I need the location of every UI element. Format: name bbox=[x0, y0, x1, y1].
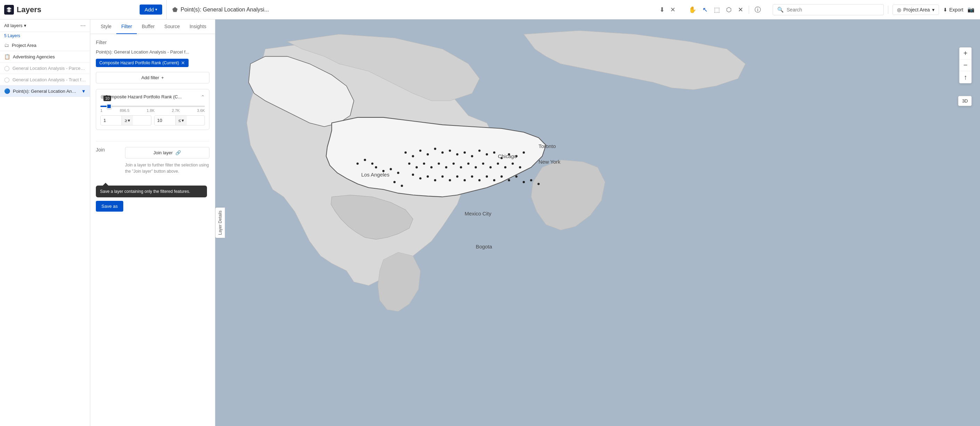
export-button[interactable]: ⬇ Export bbox=[943, 7, 963, 13]
detail-actions: ⬇ ✕ bbox=[658, 5, 677, 15]
info-button[interactable]: ⓘ bbox=[752, 4, 763, 15]
svg-point-49 bbox=[493, 179, 495, 181]
sidebar-item-general-tract[interactable]: ◯ General Location Analysis - Tract for … bbox=[0, 74, 90, 86]
pointer-tool-button[interactable]: ↖ bbox=[700, 5, 710, 15]
svg-text:New York: New York bbox=[539, 159, 560, 165]
range-min-op[interactable]: ≥ ▾ bbox=[121, 116, 133, 125]
svg-point-25 bbox=[460, 166, 462, 168]
layer-details-tab-wrapper: Layer Details bbox=[215, 207, 225, 238]
zoom-out-button[interactable]: − bbox=[959, 59, 971, 71]
general-tract-label: General Location Analysis - Tract for Ad… bbox=[13, 77, 86, 82]
filter-tag-close-button[interactable]: ✕ bbox=[181, 60, 185, 66]
map-area: Layer Details bbox=[215, 19, 980, 426]
save-as-button[interactable]: Save as bbox=[96, 201, 123, 212]
range-min-input[interactable] bbox=[101, 116, 121, 125]
range-slider[interactable]: 10 1 896.5 1.8K 2.7K 3.6K bbox=[100, 105, 205, 113]
detail-title: Point(s): General Location Analysi... bbox=[181, 6, 655, 13]
svg-point-20 bbox=[423, 163, 425, 165]
filter-join-row: Filter Point(s): General Location Analys… bbox=[96, 40, 209, 136]
tab-filter[interactable]: Filter bbox=[116, 19, 137, 34]
join-layer-link-icon: 🔗 bbox=[175, 150, 181, 155]
svg-point-43 bbox=[449, 179, 451, 181]
svg-point-57 bbox=[364, 159, 366, 161]
search-box[interactable]: 🔍 bbox=[773, 4, 884, 15]
map-3d-button[interactable]: 3D bbox=[958, 96, 972, 106]
svg-point-46 bbox=[471, 176, 473, 177]
export-label: Export bbox=[950, 7, 963, 13]
tooltip-box: Save a layer containing only the filtere… bbox=[96, 185, 207, 197]
range-label-2: 896.5 bbox=[120, 108, 129, 113]
svg-point-9 bbox=[464, 152, 466, 153]
add-filter-label: Add filter bbox=[142, 75, 159, 80]
svg-point-39 bbox=[419, 177, 421, 179]
close-tool-button[interactable]: ✕ bbox=[736, 5, 745, 15]
filter-column: Filter Point(s): General Location Analys… bbox=[96, 40, 209, 136]
search-input[interactable] bbox=[787, 7, 879, 13]
advertising-agencies-label: Advertising Agencies bbox=[13, 54, 86, 59]
project-area-button[interactable]: ◎ Project Area ▾ bbox=[892, 5, 939, 15]
range-min-group: ≥ ▾ bbox=[100, 115, 151, 125]
svg-point-58 bbox=[371, 163, 373, 165]
node-tool-button[interactable]: ⬡ bbox=[724, 5, 734, 15]
svg-point-37 bbox=[397, 172, 399, 174]
hand-tool-button[interactable]: ✋ bbox=[687, 5, 698, 15]
close-detail-button[interactable]: ✕ bbox=[669, 5, 677, 15]
sidebar-item-advertising-agencies[interactable]: 📋 Advertising Agencies bbox=[0, 51, 90, 62]
left-sidebar: All layers ▾ ⋯ 5 Layers 🗂 Project Area 📋… bbox=[0, 19, 90, 426]
map-svg: Toronto Chicago New York Los Angeles Mex… bbox=[215, 19, 980, 426]
add-button[interactable]: Add ▾ bbox=[140, 5, 162, 14]
project-area-chevron-icon: ▾ bbox=[932, 7, 934, 13]
svg-point-29 bbox=[489, 166, 492, 168]
join-layer-button[interactable]: Join layer 🔗 bbox=[125, 147, 209, 158]
svg-point-17 bbox=[523, 152, 525, 153]
tab-style[interactable]: Style bbox=[96, 19, 116, 34]
range-track: 10 bbox=[100, 105, 205, 107]
app-title: Layers bbox=[17, 5, 137, 14]
range-min-op-label: ≥ bbox=[125, 118, 127, 123]
tab-source[interactable]: Source bbox=[159, 19, 185, 34]
svg-point-38 bbox=[412, 174, 414, 176]
svg-point-7 bbox=[449, 149, 451, 152]
compass-button[interactable]: ↑ bbox=[959, 71, 971, 83]
join-section-label: Join bbox=[96, 147, 117, 153]
layer-details-tab[interactable]: Layer Details bbox=[215, 207, 225, 238]
range-max-op[interactable]: ≤ ▾ bbox=[175, 116, 187, 125]
filter-rule-title: Composite Hazard Portfolio Rank (C... bbox=[105, 94, 201, 99]
svg-point-45 bbox=[464, 179, 466, 181]
filter-tag: Composite Hazard Portfolio Rank (Current… bbox=[96, 59, 189, 67]
range-max-group: ≤ ▾ bbox=[154, 115, 205, 125]
svg-point-52 bbox=[515, 176, 517, 177]
select-box-tool-button[interactable]: ⬚ bbox=[712, 5, 722, 15]
range-thumb-value: 10 bbox=[103, 96, 111, 101]
project-area-layer-label: Project Area bbox=[12, 43, 86, 48]
svg-point-6 bbox=[441, 152, 444, 153]
camera-button[interactable]: 📷 bbox=[967, 6, 974, 13]
layer-filter-active-icon: ▼ bbox=[81, 89, 86, 94]
all-layers-button[interactable]: All layers ▾ bbox=[4, 23, 26, 28]
top-bar: Layers Add ▾ ⬟ Point(s): General Locatio… bbox=[0, 0, 980, 19]
tab-buffer[interactable]: Buffer bbox=[137, 19, 159, 34]
sidebar-item-points-general[interactable]: 🔵 Point(s): General Location Analysis - … bbox=[0, 86, 90, 97]
tooltip-container: Save a layer containing only the filtere… bbox=[96, 183, 209, 212]
tooltip-text: Save a layer containing only the filtere… bbox=[100, 189, 190, 194]
svg-point-36 bbox=[390, 168, 392, 170]
svg-point-18 bbox=[408, 163, 410, 165]
filter-tag-label: Composite Hazard Portfolio Rank (Current… bbox=[99, 61, 179, 65]
sidebar-item-project-area[interactable]: 🗂 Project Area bbox=[0, 40, 90, 51]
download-button[interactable]: ⬇ bbox=[658, 5, 666, 15]
sidebar-menu-button[interactable]: ⋯ bbox=[80, 22, 86, 29]
search-icon: 🔍 bbox=[777, 6, 784, 13]
add-filter-button[interactable]: Add filter + bbox=[96, 72, 209, 83]
range-max-input[interactable] bbox=[154, 116, 175, 125]
chevron-down-icon: ▾ bbox=[155, 7, 158, 12]
filter-rule-expand-button[interactable]: ⌃ bbox=[201, 94, 205, 100]
svg-point-19 bbox=[416, 166, 418, 168]
range-thumb[interactable]: 10 bbox=[107, 104, 111, 109]
svg-text:Toronto: Toronto bbox=[539, 144, 556, 149]
svg-point-32 bbox=[512, 163, 514, 165]
detail-panel-header: ⬟ Point(s): General Location Analysi... … bbox=[167, 0, 682, 19]
zoom-in-button[interactable]: + bbox=[959, 48, 971, 59]
tab-insights[interactable]: Insights bbox=[185, 19, 211, 34]
sidebar-item-general-parcel[interactable]: ◯ General Location Analysis - Parcel for… bbox=[0, 62, 90, 74]
filter-rule: ⊗ Composite Hazard Portfolio Rank (C... … bbox=[96, 89, 209, 130]
